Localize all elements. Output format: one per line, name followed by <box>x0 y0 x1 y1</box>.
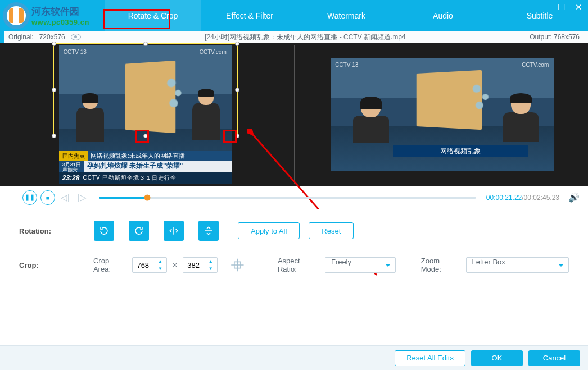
output-resolution: 768x576 <box>554 33 580 41</box>
logo-icon <box>3 2 30 29</box>
crop-area-label: Crop Area: <box>93 257 126 273</box>
seek-knob[interactable] <box>144 194 150 200</box>
cctv-logo-out: CCTV 13 <box>335 62 358 68</box>
lower-third-focus: 国内焦点网络视频乱象:未成年人的网络直播 <box>59 151 232 161</box>
ticker-text: CCTV 巴勒斯坦全境３１日进行全 <box>83 174 177 182</box>
tab-watermark[interactable]: Watermark <box>298 0 395 31</box>
rotate-right-button[interactable] <box>129 221 149 241</box>
anchor-left-out <box>353 98 389 148</box>
time-display: 00:00:21.22/00:02:45.23 <box>486 194 559 202</box>
player-bar: ❚❚ ■ ◁| |▷ 00:00:21.22/00:02:45.23 🔊 <box>0 186 588 209</box>
volume-icon[interactable]: 🔊 <box>568 192 580 203</box>
zoom-mode-dropdown[interactable]: Letter Box <box>466 257 569 273</box>
video-pane-output: CCTV 13 CCTV.com 网络视频乱象 <box>306 45 580 184</box>
clock-time: 23:28 <box>59 174 83 182</box>
date-line1: 3月31日 <box>62 162 81 167</box>
crop-handle-tc[interactable] <box>143 42 148 46</box>
seek-bar[interactable] <box>99 197 476 199</box>
title-bar: 河东软件园 www.pc0359.cn Rotate & Crop Effect… <box>0 0 588 31</box>
flip-vertical-button[interactable] <box>198 221 219 241</box>
controls-panel: Rotation: Apply to All Reset Crop: Crop … <box>0 209 588 273</box>
close-icon[interactable]: ✕ <box>575 2 582 12</box>
crop-width-input[interactable]: 768 ▲▼ <box>132 257 167 273</box>
crop-handle-tr[interactable] <box>235 42 239 46</box>
crop-handle-tl[interactable] <box>52 42 56 46</box>
crop-handle-bl[interactable] <box>52 134 56 138</box>
rotation-label: Rotation: <box>19 227 73 235</box>
multiply-icon: × <box>173 261 177 269</box>
video-preview-row: CCTV 13 CCTV.com 网络视频乱象 国内焦点网络视频乱象:未成年人的… <box>0 43 588 186</box>
aspect-ratio-dropdown[interactable]: Freely <box>325 257 396 273</box>
zoom-mode-label: Zoom Mode: <box>421 257 460 273</box>
stop-button[interactable]: ■ <box>40 190 55 205</box>
crop-handle-mr[interactable] <box>235 88 239 92</box>
cancel-button[interactable]: Cancel <box>528 350 580 366</box>
lower-third-ticker: 23:28 CCTV 巴勒斯坦全境３１日进行全 <box>59 172 232 184</box>
crop-height-input[interactable]: 382 ▲▼ <box>183 257 218 273</box>
width-up-icon[interactable]: ▲ <box>158 259 165 264</box>
original-resolution: 720x576 <box>39 33 65 41</box>
total-time: 00:02:45.23 <box>524 194 559 202</box>
apply-to-all-button[interactable]: Apply to All <box>238 222 300 239</box>
maximize-icon[interactable]: ☐ <box>558 2 565 12</box>
prev-frame-icon[interactable]: ◁| <box>58 193 72 203</box>
minimize-icon[interactable]: — <box>539 2 548 12</box>
annotation-red-box-bc <box>135 130 149 143</box>
filename: [24小时]网络视频乱象：未成年人的网络直播 - CCTV 新闻频道.mp4 <box>205 33 405 42</box>
main-tabs: Rotate & Crop Effect & Filter Watermark … <box>105 0 588 31</box>
crop-handle-ml[interactable] <box>52 88 56 92</box>
footer-bar: Reset All Edits OK Cancel <box>0 345 588 370</box>
tab-rotate-crop[interactable]: Rotate & Crop <box>105 0 201 31</box>
aspect-ratio-value: Freely <box>331 258 351 266</box>
reset-rotation-button[interactable]: Reset <box>309 222 354 239</box>
current-time: 00:00:21.22 <box>486 194 522 202</box>
ok-button[interactable]: OK <box>471 350 523 366</box>
resolution-info-bar: Original: 720x576 [24小时]网络视频乱象：未成年人的网络直播… <box>0 31 588 43</box>
seek-fill <box>99 197 147 199</box>
preview-divider <box>294 45 295 184</box>
height-down-icon[interactable]: ▼ <box>209 266 215 271</box>
window-controls: — ☐ ✕ <box>539 2 582 12</box>
tab-audio[interactable]: Audio <box>395 0 491 31</box>
height-up-icon[interactable]: ▲ <box>209 259 215 264</box>
rotate-left-button[interactable] <box>94 221 114 241</box>
anchor-right-out <box>503 94 539 148</box>
tab-effect-filter[interactable]: Effect & Filter <box>201 0 298 31</box>
zoom-mode-value: Letter Box <box>472 258 505 266</box>
eye-icon[interactable] <box>71 34 81 40</box>
headline-text: 孕妈扎堆炫耀 未婚生子成"荣耀" <box>84 161 183 172</box>
output-label: Output: <box>530 33 551 41</box>
logo-title: 河东软件园 <box>31 5 89 18</box>
studio-board-out <box>416 70 482 130</box>
focus-tag: 国内焦点 <box>59 151 88 161</box>
video-pane-original[interactable]: CCTV 13 CCTV.com 网络视频乱象 国内焦点网络视频乱象:未成年人的… <box>8 45 283 184</box>
reset-all-edits-button[interactable]: Reset All Edits <box>395 350 465 366</box>
crop-height-value: 382 <box>187 261 200 269</box>
logo-url: www.pc0359.cn <box>31 18 89 26</box>
focus-text: 网络视频乱象:未成年人的网络直播 <box>88 152 185 159</box>
original-label: Original: <box>8 33 34 41</box>
flip-horizontal-button[interactable] <box>164 221 184 241</box>
annotation-red-box-br <box>223 130 237 143</box>
video-caption-out: 网络视频乱象 <box>393 145 528 157</box>
video-thumb-output: CCTV 13 CCTV.com 网络视频乱象 <box>331 58 554 171</box>
cctvcom-logo-out: CCTV.com <box>522 62 549 68</box>
width-down-icon[interactable]: ▼ <box>158 266 165 271</box>
crop-label: Crop: <box>19 261 70 269</box>
video-thumb-original: CCTV 13 CCTV.com 网络视频乱象 国内焦点网络视频乱象:未成年人的… <box>59 45 232 184</box>
logo-area: 河东软件园 www.pc0359.cn <box>0 0 105 31</box>
pause-button[interactable]: ❚❚ <box>22 190 37 205</box>
next-frame-icon[interactable]: |▷ <box>75 193 89 203</box>
lower-third-headline: 3月31日星期六 孕妈扎堆炫耀 未婚生子成"荣耀" <box>59 161 232 172</box>
crop-width-value: 768 <box>137 261 149 269</box>
crop-rectangle[interactable] <box>53 43 238 136</box>
aspect-ratio-label: Aspect Ratio: <box>278 257 319 273</box>
center-crop-icon[interactable] <box>230 257 245 273</box>
